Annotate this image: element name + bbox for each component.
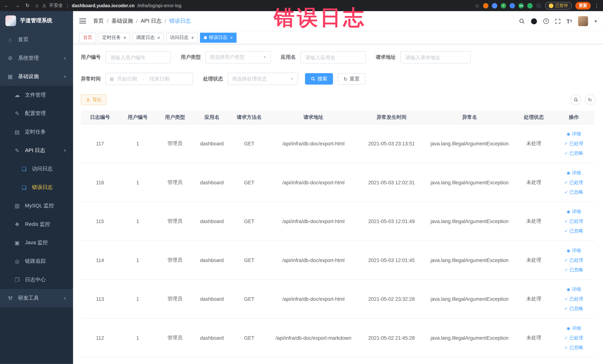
user-id-cell: 1: [119, 179, 156, 185]
close-icon[interactable]: ×: [123, 35, 126, 40]
home-button[interactable]: ⌂: [35, 3, 38, 9]
extension-leaf-icon[interactable]: [527, 3, 533, 8]
sidebar-item-error-log[interactable]: ❏错误日志: [0, 178, 73, 197]
action-detail[interactable]: ◉详细: [567, 130, 581, 137]
action-ignored[interactable]: ✓已忽略: [564, 150, 583, 156]
tab-error-log[interactable]: 错误日志×: [200, 33, 237, 42]
action-ignored[interactable]: ✓已忽略: [564, 344, 583, 351]
toggle-search-button[interactable]: [570, 94, 581, 105]
column-header: 操作: [553, 114, 594, 120]
action-detail[interactable]: ◉详细: [567, 325, 581, 331]
close-icon[interactable]: ×: [230, 35, 233, 40]
browser-menu-icon[interactable]: ⋮: [594, 3, 599, 9]
action-ignored[interactable]: ✓已忽略: [564, 189, 583, 195]
chevron-down-icon: ∨: [64, 296, 66, 300]
reset-button[interactable]: ↻ 重置: [338, 73, 365, 84]
app-logo[interactable]: 芋道管理系统: [0, 11, 73, 30]
sidebar-item-mysql-monitor[interactable]: ▥MySQL 监控: [0, 197, 73, 215]
action-processed[interactable]: ✓已处理: [564, 335, 583, 341]
extension-pawn-icon[interactable]: [536, 3, 542, 8]
extension-adblock-icon[interactable]: [483, 3, 488, 8]
reload-button[interactable]: ↻: [25, 3, 30, 9]
action-detail[interactable]: ◉详细: [567, 286, 581, 293]
bookmark-star-icon[interactable]: ☆: [475, 2, 480, 9]
table-row: 1161管理员dashboardGET/api/infra/db-doc/exp…: [81, 163, 595, 202]
sidebar-item-log-center[interactable]: ❐日志中心: [0, 270, 73, 289]
exception-time-range-picker[interactable]: ▦ 开始日期 - 结束日期: [105, 73, 193, 85]
close-icon[interactable]: ×: [191, 35, 194, 40]
close-icon[interactable]: ×: [157, 35, 160, 40]
action-detail[interactable]: ◉详细: [567, 247, 581, 254]
action-processed[interactable]: ✓已处理: [564, 179, 583, 186]
breadcrumb-item[interactable]: 首页: [93, 17, 104, 24]
action-processed[interactable]: ✓已处理: [564, 218, 583, 224]
hamburger-icon[interactable]: [79, 19, 86, 23]
sidebar-item-api-logs[interactable]: ✎API 日志∧: [0, 141, 73, 160]
action-processed[interactable]: ✓已处理: [564, 140, 583, 147]
breadcrumb-item[interactable]: API 日志: [141, 17, 162, 24]
action-ignored[interactable]: ✓已忽略: [564, 305, 583, 312]
search-button[interactable]: 搜索: [305, 73, 333, 84]
tab-scheduled-tasks[interactable]: 定时任务×: [98, 33, 130, 42]
search-icon[interactable]: [519, 18, 525, 24]
action-label: 已处理: [569, 140, 583, 147]
action-detail[interactable]: ◉详细: [567, 169, 581, 176]
font-size-icon[interactable]: TT: [567, 18, 572, 24]
exception-name-cell: java.lang.IllegalArgumentException: [425, 257, 514, 263]
help-icon[interactable]: ?: [543, 18, 549, 24]
sidebar-item-system-management[interactable]: ⚙系统管理∨: [0, 49, 73, 67]
sidebar-item-java-monitor[interactable]: ▣Java 监控: [0, 234, 73, 252]
sidebar-item-home[interactable]: ⌂首页: [0, 30, 73, 49]
eye-icon: ◉: [567, 209, 570, 214]
user-id-input[interactable]: [105, 51, 171, 63]
action-processed[interactable]: ✓已处理: [564, 257, 583, 263]
fullscreen-icon[interactable]: [555, 18, 561, 24]
sidebar-item-file-management[interactable]: ☁文件管理: [0, 86, 73, 104]
user-avatar[interactable]: [578, 16, 588, 26]
request-url-cell: /api/infra/db-doc/export-html: [268, 257, 358, 263]
process-status-select[interactable]: 请选择处理状态 ▼: [228, 73, 298, 85]
action-ignored[interactable]: ✓已忽略: [564, 227, 583, 234]
log-id-cell: 113: [81, 296, 119, 302]
back-button[interactable]: ←: [4, 3, 9, 9]
action-processed[interactable]: ✓已处理: [564, 295, 583, 302]
sidebar-item-scheduled-tasks[interactable]: ▤定时任务: [0, 123, 73, 141]
extension-grid-icon[interactable]: [510, 3, 515, 8]
app-name-input[interactable]: [300, 51, 366, 63]
extension-drop-icon[interactable]: [492, 3, 497, 8]
table-toolbar-right: ↻: [570, 94, 595, 105]
refresh-table-button[interactable]: ↻: [585, 94, 595, 105]
tab-access-log[interactable]: 访问日志×: [166, 33, 197, 42]
github-icon[interactable]: [531, 18, 537, 24]
chevron-down-icon[interactable]: ▼: [594, 19, 598, 23]
forward-button[interactable]: →: [15, 3, 20, 9]
request-url-input[interactable]: [400, 51, 471, 63]
column-header: 应用名: [194, 114, 230, 120]
table-row: 1171管理员dashboardGET/api/infra/db-doc/exp…: [81, 124, 595, 163]
tab-schedule-log[interactable]: 调度日志×: [132, 33, 164, 42]
breadcrumb-item[interactable]: 基础设施: [111, 17, 133, 24]
tab-home[interactable]: 首页: [79, 33, 96, 42]
sidebar-item-access-log[interactable]: ❏访问日志: [0, 160, 73, 178]
sidebar-item-redis-monitor[interactable]: ❖Redis 监控: [0, 215, 73, 234]
user-type-select[interactable]: 请选择用户类型 ▼: [205, 51, 271, 63]
update-button[interactable]: 更新: [575, 2, 591, 9]
sidebar-item-tracing[interactable]: ◎链路追踪: [0, 252, 73, 270]
check-icon: ✓: [564, 267, 568, 272]
method-cell: GET: [230, 179, 268, 185]
request-url-cell: /api/infra/db-doc/export-html: [268, 218, 358, 224]
address-bar[interactable]: ⚠ 不安全 dashboard.yudao.iocoder.cn/infra/l…: [42, 2, 471, 9]
export-button[interactable]: 导出: [81, 94, 107, 105]
paused-extension-badge[interactable]: 已暂停: [545, 2, 572, 9]
check-icon: ✓: [564, 296, 568, 302]
extension-vue-devtools-icon[interactable]: V: [501, 3, 506, 8]
sidebar-item-dev-tools[interactable]: ⚒研发工具∨: [0, 289, 73, 307]
action-ignored[interactable]: ✓已忽略: [564, 267, 583, 273]
table-row: 1131管理员dashboardGET/api/infra/db-doc/exp…: [81, 280, 595, 318]
column-header: 处理状态: [515, 114, 553, 120]
sidebar-item-config-management[interactable]: ✎配置管理: [0, 104, 73, 123]
extension-switch-on-icon[interactable]: on: [519, 3, 524, 8]
action-detail[interactable]: ◉详细: [567, 208, 581, 215]
sidebar-item-infrastructure[interactable]: ▦基础设施∧: [0, 67, 73, 86]
tab-label: 调度日志: [136, 34, 155, 41]
